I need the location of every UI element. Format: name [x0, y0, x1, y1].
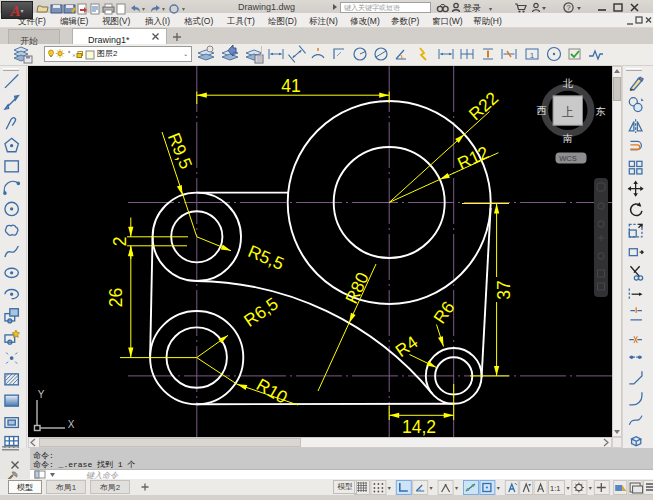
svg-text:41: 41 [281, 76, 300, 96]
svg-text:东: 东 [596, 106, 606, 117]
svg-text:2: 2 [110, 236, 130, 246]
svg-text:37: 37 [494, 280, 514, 299]
svg-text:1:1: 1:1 [550, 484, 560, 493]
svg-text:14,2: 14,2 [402, 417, 436, 437]
svg-text:X: X [68, 419, 75, 430]
svg-text:北: 北 [563, 78, 574, 89]
svg-text:▾: ▾ [566, 485, 569, 491]
svg-text:西: 西 [537, 105, 547, 116]
svg-text:WCS: WCS [559, 154, 577, 163]
svg-text:南: 南 [563, 133, 573, 144]
svg-text:▾: ▾ [430, 485, 433, 491]
svg-text:Y: Y [38, 389, 45, 400]
svg-text:上: 上 [562, 105, 574, 119]
svg-text:▾: ▾ [455, 485, 458, 491]
svg-text:▾: ▾ [497, 485, 500, 491]
svg-text:?: ? [566, 3, 570, 12]
svg-text:26: 26 [106, 288, 126, 307]
svg-text:▾: ▾ [589, 485, 592, 491]
svg-text:▾: ▾ [388, 485, 391, 491]
svg-text:1: 1 [530, 51, 535, 60]
